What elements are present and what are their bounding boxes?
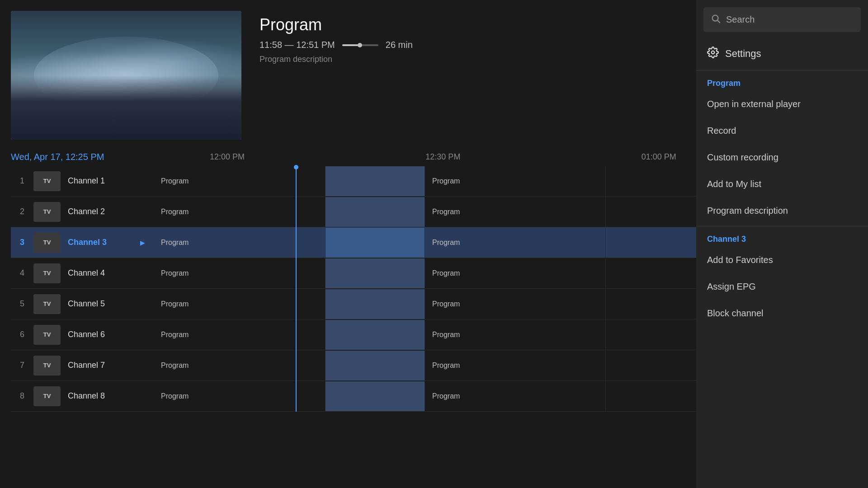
settings-label: Settings bbox=[725, 48, 761, 60]
program-cell-1-0[interactable]: Program bbox=[154, 166, 326, 196]
program-cell-4-0[interactable]: Program bbox=[154, 258, 326, 288]
custom-recording-item[interactable]: Custom recording bbox=[696, 144, 868, 171]
right-sidebar: Search Settings Program Open in external… bbox=[696, 0, 868, 488]
channel-name-1: Channel 1 bbox=[68, 176, 140, 186]
divider-1 bbox=[696, 70, 868, 70]
program-cell-8-2[interactable]: Program bbox=[425, 381, 606, 411]
program-cell-4-1[interactable] bbox=[326, 258, 425, 288]
channel-logo-7: TV bbox=[33, 356, 61, 375]
channel-num-6: 6 bbox=[11, 330, 33, 339]
time-marker-1: 12:00 PM bbox=[210, 152, 425, 162]
add-to-favorites-item[interactable]: Add to Favorites bbox=[696, 247, 868, 273]
open-external-player-item[interactable]: Open in external player bbox=[696, 91, 868, 117]
channel-logo-5: TV bbox=[33, 294, 61, 314]
program-cell-6-0[interactable]: Program bbox=[154, 320, 326, 350]
svg-line-1 bbox=[717, 20, 720, 23]
channel-name-2: Channel 2 bbox=[68, 207, 140, 216]
program-cell-6-2[interactable]: Program bbox=[425, 320, 606, 350]
program-cell-5-0[interactable]: Program bbox=[154, 289, 326, 319]
program-cell-7-0[interactable]: Program bbox=[154, 351, 326, 380]
program-cell-2-1[interactable] bbox=[326, 197, 425, 227]
channel-section-label: Channel 3 bbox=[696, 228, 868, 247]
program-cell-4-2[interactable]: Program bbox=[425, 258, 606, 288]
channel-num-3: 3 bbox=[11, 238, 33, 247]
program-cell-8-1[interactable] bbox=[326, 381, 425, 411]
play-icon-3: ▶ bbox=[140, 239, 154, 246]
channel-logo-2: TV bbox=[33, 202, 61, 222]
program-cell-2-0[interactable]: Program bbox=[154, 197, 326, 227]
search-label: Search bbox=[726, 14, 755, 25]
program-description-item[interactable]: Program description bbox=[696, 197, 868, 224]
channel-name-8: Channel 8 bbox=[68, 391, 140, 401]
channel-num-8: 8 bbox=[11, 391, 33, 401]
time-indicator bbox=[296, 166, 297, 412]
channel-name-6: Channel 6 bbox=[68, 330, 140, 339]
program-cell-6-1[interactable] bbox=[326, 320, 425, 350]
program-cell-8-0[interactable]: Program bbox=[154, 381, 326, 411]
time-marker-2: 12:30 PM bbox=[425, 152, 641, 162]
program-cell-5-1[interactable] bbox=[326, 289, 425, 319]
channel-num-2: 2 bbox=[11, 207, 33, 216]
preview-thumbnail bbox=[11, 11, 241, 140]
program-cell-3-0[interactable]: Program bbox=[154, 228, 326, 258]
current-datetime: Wed, Apr 17, 12:25 PM bbox=[11, 152, 174, 162]
program-cell-5-2[interactable]: Program bbox=[425, 289, 606, 319]
program-cell-3-1[interactable] bbox=[326, 228, 425, 258]
program-cell-1-1[interactable] bbox=[326, 166, 425, 196]
program-cell-7-1[interactable] bbox=[326, 351, 425, 380]
duration: 26 min bbox=[386, 40, 413, 50]
channel-name-3: Channel 3 bbox=[68, 238, 140, 247]
block-channel-item[interactable]: Block channel bbox=[696, 300, 868, 327]
record-item[interactable]: Record bbox=[696, 117, 868, 144]
search-icon bbox=[711, 14, 721, 26]
channel-logo-3: TV bbox=[33, 233, 61, 253]
settings-item[interactable]: Settings bbox=[696, 39, 868, 68]
program-cell-3-2[interactable]: Program bbox=[425, 228, 606, 258]
program-section-label: Program bbox=[696, 72, 868, 91]
svg-point-2 bbox=[712, 51, 715, 54]
channel-num-7: 7 bbox=[11, 361, 33, 370]
program-time-row: 11:58 — 12:51 PM 26 min bbox=[259, 40, 413, 50]
search-bar[interactable]: Search bbox=[703, 7, 861, 32]
channel-num-5: 5 bbox=[11, 299, 33, 309]
channel-logo-8: TV bbox=[33, 386, 61, 406]
channel-logo-1: TV bbox=[33, 171, 61, 191]
progress-fill bbox=[342, 44, 359, 46]
time-range: 11:58 — 12:51 PM bbox=[259, 40, 335, 50]
add-to-my-list-item[interactable]: Add to My list bbox=[696, 171, 868, 197]
program-info: Program 11:58 — 12:51 PM 26 min Program … bbox=[259, 11, 413, 145]
channel-logo-6: TV bbox=[33, 325, 61, 345]
progress-dot bbox=[358, 43, 362, 47]
channel-name-7: Channel 7 bbox=[68, 361, 140, 370]
program-cell-7-2[interactable]: Program bbox=[425, 351, 606, 380]
channel-name-4: Channel 4 bbox=[68, 268, 140, 278]
channel-num-1: 1 bbox=[11, 176, 33, 186]
program-cell-1-2[interactable]: Program bbox=[425, 166, 606, 196]
program-cell-2-2[interactable]: Program bbox=[425, 197, 606, 227]
program-title: Program bbox=[259, 15, 413, 34]
gear-icon bbox=[707, 47, 719, 61]
progress-bar bbox=[342, 44, 378, 46]
channel-name-5: Channel 5 bbox=[68, 299, 140, 309]
channel-logo-4: TV bbox=[33, 263, 61, 283]
time-indicator-dot bbox=[294, 165, 298, 169]
program-description-text: Program description bbox=[259, 55, 413, 64]
channel-num-4: 4 bbox=[11, 268, 33, 278]
assign-epg-item[interactable]: Assign EPG bbox=[696, 273, 868, 300]
divider-2 bbox=[696, 226, 868, 226]
